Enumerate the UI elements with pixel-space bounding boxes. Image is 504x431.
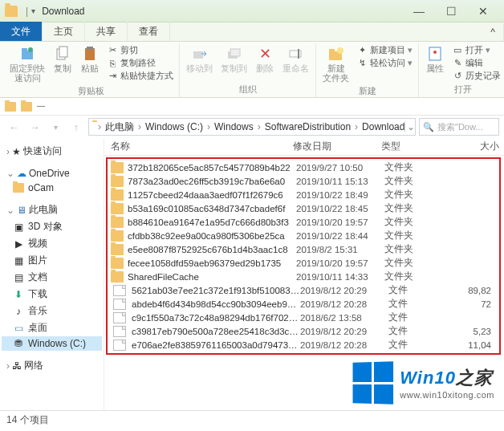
file-date: 2019/10/11 14:33 [296,272,384,282]
ribbon-group-open: 属性 ▭打开 ▾ ✎编辑 ↺历史记录 打开 [419,43,504,97]
file-row[interactable]: fecee1058dfd59aeb96379ed29b17352019/10/2… [108,256,499,270]
file-name: b53a169c01085ac6348d7347cbadef6f [128,204,296,213]
maximize-button[interactable]: ☐ [435,1,467,22]
newitem-icon: ✦ [356,45,368,56]
file-row[interactable]: e706ae2fe83859761165003a0d794736ea...201… [108,338,499,352]
nav-cdrive[interactable]: ⛃Windows (C:) [2,336,102,351]
file-type: 文件 [388,325,433,337]
nav-quick-access[interactable]: ›★快速访问 [2,143,102,160]
file-row[interactable]: b884610ea91647e1a95d7c666d80b3f32019/10/… [108,215,499,229]
nav-videos[interactable]: ▶视频 [2,235,102,252]
file-type: 文件夹 [384,257,429,269]
folder-icon [5,6,18,17]
rename-button[interactable]: 重命名 [279,43,312,75]
file-date: 2019/10/11 15:13 [296,177,384,186]
nav-onedrive[interactable]: ⌄☁OneDrive [2,166,102,181]
search-input[interactable]: 🔍 搜索"Dow... [419,118,499,136]
svg-rect-6 [87,47,93,50]
file-row[interactable]: c39817eb790e500a728ee25418c3d3c0737...20… [108,324,499,338]
file-icon [113,285,126,296]
file-row[interactable]: c9c1f550a73c72c48a98294db176f702ddb...20… [108,311,499,324]
nav-ocam[interactable]: oCam [2,181,102,195]
file-row[interactable]: 5621ab03e7ee21c372e1f913bf5100837d6...20… [108,283,499,297]
easyaccess-button[interactable]: ↯轻松访问 ▾ [356,57,413,69]
tab-file[interactable]: 文件 [0,22,43,41]
address-dropdown-icon[interactable]: ⌄ [404,121,416,132]
file-type: 文件 [388,339,433,351]
col-type[interactable]: 类型 [381,140,425,153]
back-button[interactable]: ← [5,118,22,136]
column-headers: 名称 修改日期 类型 大小 [104,138,504,156]
download-icon: ⬇ [13,289,24,300]
col-date[interactable]: 修改日期 [293,140,381,153]
file-row[interactable]: 372b182065ce5ac857c54577089b4b222019/9/2… [108,161,499,174]
file-row[interactable]: e5ee8087f8752925c676b1d4b3aac1c82019/8/2… [108,242,499,256]
cut-button[interactable]: ✂剪切 [107,44,173,56]
file-date: 2019/9/27 10:50 [296,163,384,173]
shortcut-icon: ⇥ [107,71,118,82]
file-date: 2018/6/2 13:58 [300,313,388,323]
edit-button[interactable]: ✎编辑 [452,57,501,69]
recent-button[interactable]: ▾ [47,118,64,136]
delete-button[interactable]: ✕删除 [252,43,278,75]
copyto-button[interactable]: 复制到 [217,43,250,75]
col-name[interactable]: 名称 [104,140,293,153]
file-name: b884610ea91647e1a95d7c666d80b3f3 [128,218,296,227]
nav-3dobjects[interactable]: ▣3D 对象 [2,218,102,235]
tab-home[interactable]: 主页 [43,22,85,41]
nav-pictures[interactable]: ▦图片 [2,252,102,269]
file-size: 89,82 [433,286,499,295]
edit-icon: ✎ [452,58,463,69]
up-button[interactable]: ↑ [67,118,85,136]
file-date: 2019/8/12 20:28 [300,340,388,350]
newitem-button[interactable]: ✦新建项目 ▾ [356,44,413,56]
file-name: SharedFileCache [128,272,296,282]
nav-thispc[interactable]: ⌄🖥此电脑 [2,201,102,218]
nav-downloads[interactable]: ⬇下载 [2,286,102,303]
tab-view[interactable]: 查看 [128,22,170,41]
pin-button[interactable]: 固定到快 速访问 [6,43,48,84]
nav-documents[interactable]: ▤文档 [2,269,102,286]
file-name: 7873a23ad0ec26ff5cb3919c7ba6e6a0 [128,177,296,186]
address-bar[interactable]: ›此电脑 ›Windows (C:) ›Windows ›SoftwareDis… [88,118,416,136]
tab-share[interactable]: 共享 [85,22,128,41]
file-row[interactable]: 7873a23ad0ec26ff5cb3919c7ba6e6a02019/10/… [108,174,499,188]
ribbon-collapse-icon[interactable]: ^ [482,23,504,41]
open-button[interactable]: ▭打开 ▾ [452,44,501,56]
qat-down-icon[interactable]: ▾ [31,6,35,15]
file-row[interactable]: SharedFileCache2019/10/11 14:33文件夹 [108,270,499,283]
minimize-button[interactable]: — [403,1,435,22]
nav-desktop[interactable]: ▭桌面 [2,319,102,336]
ribbon-group-organize: 移动到 复制到 ✕删除 重命名 组织 [180,43,316,97]
paste-button[interactable]: 粘贴 [77,43,103,84]
properties-button[interactable]: 属性 [422,43,448,83]
file-name: 372b182065ce5ac857c54577089b4b22 [128,163,296,173]
newfolder-button[interactable]: 新建 文件夹 [319,43,352,84]
folder-icon [111,244,124,255]
pastelnk-button[interactable]: ⇥粘贴快捷方式 [107,70,173,82]
copy-button[interactable]: 复制 [50,43,75,84]
history-button[interactable]: ↺历史记录 [452,70,501,82]
moveto-button[interactable]: 移动到 [183,43,216,75]
file-date: 2019/8/2 15:31 [296,245,384,254]
search-icon: 🔍 [423,122,434,132]
network-icon: 🖧 [12,360,22,372]
file-type: 文件夹 [384,216,429,228]
copypath-button[interactable]: ⎘复制路径 [107,57,173,69]
col-size[interactable]: 大小 [425,140,504,153]
svg-rect-5 [85,48,95,60]
file-date: 2019/10/22 18:45 [296,204,384,213]
file-row[interactable]: b53a169c01085ac6348d7347cbadef6f2019/10/… [108,201,499,215]
file-date: 2019/10/20 19:57 [296,258,384,268]
close-button[interactable]: ✕ [467,1,499,22]
file-row[interactable]: abdeb4f6d434b98d54cc90b3094eeb9eed...201… [108,297,499,311]
nav-music[interactable]: ♪音乐 [2,303,102,319]
nav-network[interactable]: ›🖧网络 [2,357,102,374]
file-name: 5621ab03e7ee21c372e1f913bf5100837d6... [132,286,300,295]
file-row[interactable]: 11257cbeed24daaa3aedf07f1f2679c62019/10/… [108,188,499,201]
windows-logo-icon [353,361,394,405]
ribbon-tabs: 文件 主页 共享 查看 ^ [0,22,504,42]
file-row[interactable]: cfdbb38c92ee9a00ca980f5306be25ca2019/10/… [108,229,499,242]
breadcrumb[interactable]: ›此电脑 ›Windows (C:) ›Windows ›SoftwareDis… [96,120,404,134]
forward-button[interactable]: → [26,118,43,136]
